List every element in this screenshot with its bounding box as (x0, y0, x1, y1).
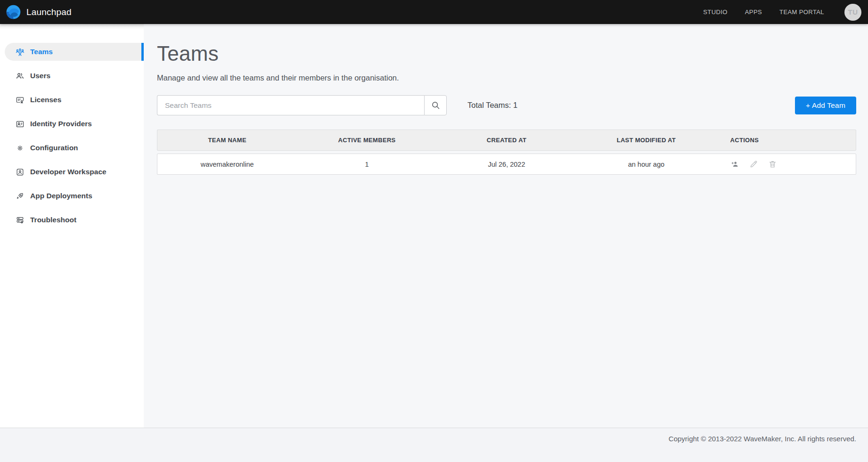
content-shell: Teams Users Licenses (0, 24, 868, 428)
teams-icon (16, 48, 25, 57)
configuration-icon (16, 144, 25, 153)
page-title: Teams (157, 42, 856, 65)
sidebar-item-app-deployments[interactable]: App Deployments (5, 187, 144, 205)
edit-pencil-icon (749, 160, 758, 169)
column-header-actions: ACTIONS (716, 137, 856, 144)
person-add-icon (730, 160, 739, 169)
cell-last-modified-at: an hour ago (576, 161, 716, 168)
sidebar-item-configuration[interactable]: Configuration (5, 139, 144, 157)
nav-apps[interactable]: APPS (745, 8, 762, 16)
users-icon (16, 72, 25, 81)
total-teams-label: Total Teams: 1 (467, 101, 517, 110)
troubleshoot-icon (16, 216, 25, 225)
cell-created-at: Jul 26, 2022 (437, 161, 576, 168)
app-deployments-icon (16, 192, 25, 201)
page-footer: Copyright © 2013-2022 WaveMaker, Inc. Al… (0, 428, 868, 462)
search-icon (431, 100, 441, 110)
teams-table: TEAM NAME ACTIVE MEMBERS CREATED AT LAST… (157, 130, 856, 175)
developer-workspace-icon (16, 168, 25, 177)
add-member-button[interactable] (730, 160, 739, 169)
sidebar-item-teams[interactable]: Teams (5, 43, 144, 61)
add-team-button[interactable]: + Add Team (795, 97, 856, 114)
sidebar-item-label: Troubleshoot (30, 216, 76, 224)
sidebar-item-label: Licenses (30, 96, 61, 104)
column-header-active-members: ACTIVE MEMBERS (297, 137, 436, 144)
cell-team-name: wavemakeronline (157, 161, 297, 168)
edit-team-button[interactable] (749, 160, 758, 169)
cell-actions (716, 160, 856, 169)
nav-team-portal[interactable]: TEAM PORTAL (779, 8, 824, 16)
identity-providers-icon (16, 120, 25, 129)
sidebar-item-label: Identity Providers (30, 120, 92, 128)
top-nav: STUDIO APPS TEAM PORTAL TU (703, 4, 861, 21)
row-actions (730, 160, 856, 169)
sidebar-item-troubleshoot[interactable]: Troubleshoot (5, 211, 144, 229)
top-bar: Launchpad STUDIO APPS TEAM PORTAL TU (0, 0, 868, 24)
main-content: Teams Manage and view all the teams and … (144, 24, 868, 428)
cell-active-members: 1 (297, 161, 436, 168)
sidebar-item-label: Developer Workspace (30, 168, 106, 176)
user-avatar[interactable]: TU (844, 4, 861, 21)
sidebar: Teams Users Licenses (0, 24, 144, 428)
sidebar-item-label: Configuration (30, 144, 78, 152)
sidebar-item-label: Teams (30, 48, 53, 56)
sidebar-item-label: App Deployments (30, 192, 92, 200)
wavemaker-logo-icon (6, 4, 21, 20)
search-input[interactable] (157, 95, 424, 115)
trash-icon (768, 160, 777, 169)
sidebar-item-label: Users (30, 72, 50, 80)
copyright-text: Copyright © 2013-2022 WaveMaker, Inc. Al… (669, 435, 856, 443)
column-header-team-name: TEAM NAME (157, 137, 297, 144)
page-subtitle: Manage and view all the teams and their … (157, 73, 856, 82)
teams-toolbar: Total Teams: 1 + Add Team (157, 95, 856, 115)
sidebar-item-identity-providers[interactable]: Identity Providers (5, 115, 144, 133)
sidebar-item-developer-workspace[interactable]: Developer Workspace (5, 163, 144, 181)
app-title: Launchpad (26, 7, 72, 17)
brand: Launchpad (6, 4, 72, 20)
sidebar-item-users[interactable]: Users (5, 67, 144, 85)
licenses-icon (16, 96, 25, 105)
search-group (157, 95, 447, 115)
table-header: TEAM NAME ACTIVE MEMBERS CREATED AT LAST… (157, 130, 856, 151)
search-button[interactable] (424, 95, 447, 115)
nav-studio[interactable]: STUDIO (703, 8, 728, 16)
column-header-created-at: CREATED AT (437, 137, 576, 144)
table-row: wavemakeronline 1 Jul 26, 2022 an hour a… (157, 154, 856, 175)
delete-team-button[interactable] (768, 160, 777, 169)
sidebar-item-licenses[interactable]: Licenses (5, 91, 144, 109)
column-header-last-modified-at: LAST MODIFIED AT (576, 137, 716, 144)
